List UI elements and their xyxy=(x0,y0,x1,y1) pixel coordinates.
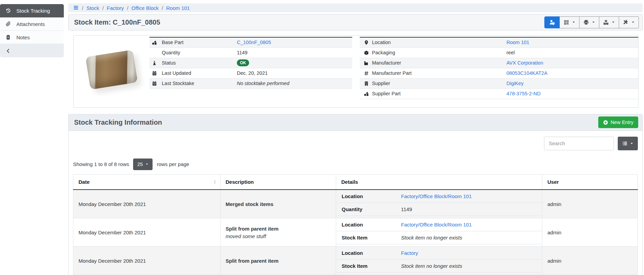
paperclip-icon xyxy=(5,21,11,27)
sidebar-item-attachments[interactable]: Attachments xyxy=(0,17,64,31)
new-entry-label: New Entry xyxy=(611,120,633,125)
print-actions-button[interactable] xyxy=(579,16,599,28)
column-header-details[interactable]: Details xyxy=(336,174,542,190)
stock-item-details-panel: Base Part C_100nF_0805 Quantity 1149 Sta… xyxy=(73,35,639,108)
detail-label: Supplier xyxy=(372,81,506,86)
user-shield-icon xyxy=(549,19,555,25)
bars-icon[interactable] xyxy=(73,5,79,11)
detail-label: Last Updated xyxy=(162,70,237,76)
new-entry-button[interactable]: New Entry xyxy=(598,116,638,128)
breadcrumb-link-stock[interactable]: Stock xyxy=(86,5,99,11)
location-link[interactable]: Factory xyxy=(401,250,418,256)
detail-row-status: Status OK xyxy=(149,58,352,68)
chevron-down-icon xyxy=(145,163,148,166)
tools-icon xyxy=(623,19,629,25)
tracking-panel-body: Showing 1 to 8 of 8 rows 25 rows per pag… xyxy=(69,131,642,275)
column-header-user[interactable]: User xyxy=(542,174,638,190)
pagination-row: Showing 1 to 8 of 8 rows 25 rows per pag… xyxy=(73,159,638,170)
sidebar-list: Stock Tracking Attachments Notes xyxy=(0,4,64,57)
detail-label: Packaging xyxy=(372,50,506,55)
sidebar-item-stock-tracking[interactable]: Stock Tracking xyxy=(0,4,64,17)
detail-key: Quantity xyxy=(342,206,401,212)
supplier-part-link[interactable]: 478-3755-2-ND xyxy=(506,91,541,96)
sort-icon[interactable] xyxy=(212,179,217,184)
location-link[interactable]: Factory/Office Block/Room 101 xyxy=(401,193,472,199)
detail-label: Last Stocktake xyxy=(162,81,237,86)
edit-actions-button[interactable] xyxy=(619,16,639,28)
detail-row-supplier: Supplier DigiKey xyxy=(360,79,638,89)
sidebar-item-notes[interactable]: Notes xyxy=(0,31,64,44)
quantity-value: 1149 xyxy=(237,50,247,55)
table-row: Monday December 20th 2021 Split from par… xyxy=(73,247,638,275)
details-table-right: Location Room 101 Packaging reel Manufac… xyxy=(360,37,638,99)
pagination-summary: Showing 1 to 8 of 8 rows xyxy=(73,161,129,167)
user-cell: admin xyxy=(542,247,638,275)
base-part-link[interactable]: C_100nF_0805 xyxy=(237,40,271,45)
page-header-panel: Stock Item: C_100nF_0805 xyxy=(68,14,643,30)
building-icon xyxy=(360,81,372,86)
page-size-dropdown[interactable]: 25 xyxy=(133,159,153,170)
chevron-down-icon xyxy=(592,20,595,24)
main-content: / Stock / Factory / Office Block / Room … xyxy=(64,0,644,275)
breadcrumb-separator: / xyxy=(127,5,128,11)
details-cell: Location Factory/Office Block/Room 101 Q… xyxy=(336,190,542,218)
hash-icon xyxy=(360,71,372,76)
detail-sub-row: Location Factory/Office Block/Room 101 xyxy=(336,218,542,231)
detail-row-location: Location Room 101 xyxy=(360,38,638,48)
boxes-icon xyxy=(603,19,609,25)
last-stocktake-value: No stocktake performed xyxy=(237,81,289,86)
date-cell: Monday December 20th 2021 xyxy=(73,218,220,247)
details-cell: Location Factory Stock Item Stock item n… xyxy=(336,247,542,275)
breadcrumb-link-office-block[interactable]: Office Block xyxy=(131,5,159,11)
date-cell: Monday December 20th 2021 xyxy=(73,190,220,218)
location-link[interactable]: Room 101 xyxy=(506,40,529,45)
detail-row-quantity: Quantity 1149 xyxy=(149,48,352,58)
barcode-actions-button[interactable] xyxy=(560,16,579,28)
shapes-icon xyxy=(360,91,372,96)
admin-button[interactable] xyxy=(544,16,560,28)
details-cell: Location Factory/Office Block/Room 101 S… xyxy=(336,218,542,247)
capacitor-image xyxy=(85,50,138,90)
detail-row-packaging: Packaging reel xyxy=(360,48,638,58)
history-icon xyxy=(5,8,11,13)
supplier-link[interactable]: DigiKey xyxy=(506,81,524,86)
table-toolbar xyxy=(73,137,638,150)
column-header-date[interactable]: Date xyxy=(73,174,220,190)
detail-label: Base Part xyxy=(162,40,237,45)
detail-row-base-part: Base Part C_100nF_0805 xyxy=(149,38,352,48)
detail-row-manufacturer: Manufacturer AVX Corporation xyxy=(360,58,638,68)
map-pin-icon xyxy=(360,40,372,45)
details-sub-table: Location Factory/Office Block/Room 101 S… xyxy=(336,218,542,244)
stock-actions-button[interactable] xyxy=(599,16,619,28)
search-input[interactable] xyxy=(544,137,614,150)
breadcrumb-link-room-101[interactable]: Room 101 xyxy=(166,5,190,11)
detail-value: Stock item no longer exists xyxy=(401,235,462,240)
detail-key: Location xyxy=(342,250,401,256)
details-table-left: Base Part C_100nF_0805 Quantity 1149 Sta… xyxy=(149,37,352,89)
manufacturer-link[interactable]: AVX Corporation xyxy=(506,60,543,66)
industry-icon xyxy=(360,60,372,66)
detail-label: Quantity xyxy=(162,50,237,55)
list-icon xyxy=(622,141,628,146)
description-cell: Split from parent item moved some stuff xyxy=(220,218,336,247)
clipboard-icon xyxy=(5,35,11,40)
manufacturer-part-link[interactable]: 08053C104KAT2A xyxy=(506,70,547,76)
column-header-description[interactable]: Description xyxy=(220,174,336,190)
breadcrumb-link-factory[interactable]: Factory xyxy=(107,5,124,11)
description-text: Split from parent item xyxy=(226,226,331,232)
sidebar: Stock Tracking Attachments Notes xyxy=(0,0,64,275)
detail-key: Stock Item xyxy=(342,235,401,240)
detail-value: 1149 xyxy=(401,206,412,212)
calendar-icon xyxy=(149,71,162,76)
columns-button[interactable] xyxy=(618,137,638,150)
app-root: Stock Tracking Attachments Notes / Stock… xyxy=(0,0,644,275)
description-text: Merged stock items xyxy=(226,201,331,207)
detail-label: Location xyxy=(372,40,506,45)
details-sub-table: Location Factory Stock Item Stock item n… xyxy=(336,247,542,273)
chevron-down-icon xyxy=(630,142,633,145)
breadcrumb-separator: / xyxy=(162,5,163,11)
sidebar-collapse-button[interactable] xyxy=(0,44,64,57)
printer-icon xyxy=(583,19,589,25)
chevron-down-icon xyxy=(631,20,635,24)
location-link[interactable]: Factory/Office Block/Room 101 xyxy=(401,222,472,228)
